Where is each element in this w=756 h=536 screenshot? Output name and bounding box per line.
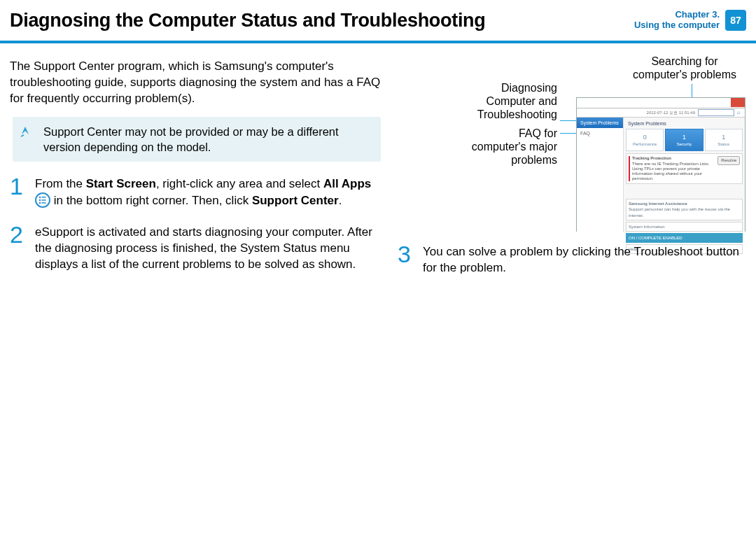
step-1: 1 From the Start Screen, right-click any… [10,174,381,213]
box-internet-assist: Samsung Internet Assistance Support pers… [626,199,743,220]
step-number-2: 2 [10,223,27,273]
sidebar-item-system-problems: System Problems [577,118,623,128]
step-number-1: 1 [10,174,27,213]
window-titlebar [577,98,745,108]
manual-page: Diagnosing the Computer Status and Troub… [0,0,756,536]
window-main: System Problems FAQ System Problems 0 Pe… [577,118,745,232]
timestamp: 2012-07-12 오전 11:51:49 [647,110,695,115]
issue-row: Tracking Protection There are no IE Trac… [626,153,743,184]
annotation-search: Searching for computer's problems [629,55,741,81]
tile-security-count: 1 [682,133,686,141]
issue-text: Tracking Protection There are no IE Trac… [632,156,715,181]
step-1-text: From the Start Screen, right-click any a… [35,176,381,213]
search-icon: ⌕ [737,109,741,117]
support-center-screenshot: 2012-07-12 오전 11:51:49 ⌕ System Problems… [576,97,746,232]
tile-status: 1 Status [705,129,743,151]
search-input [698,109,734,116]
tile-performance-count: 0 [643,133,647,141]
svg-point-1 [39,197,41,199]
content-area: System Problems 0 Performance 1 Security [624,118,745,232]
sidebar-item-faq: FAQ [577,128,623,139]
kw-support-center: Support Center [252,194,339,207]
page-title: Diagnosing the Computer Status and Troub… [10,10,634,31]
left-column: The Support Center program, which is Sam… [10,59,381,283]
annotation-diag: Diagnosing Computer and Troubleshooting [470,81,557,122]
window-toolbar: 2012-07-12 오전 11:51:49 ⌕ [577,108,745,118]
svg-rect-6 [42,202,46,204]
note-text: Support Center may not be provided or ma… [43,125,339,153]
tile-performance: 0 Performance [626,129,664,151]
tile-status-label: Status [718,141,729,147]
issue-severity-icon [629,156,630,181]
svg-rect-2 [42,197,46,198]
note-pin-icon [20,124,34,141]
intro-text: The Support Center program, which is Sam… [10,59,381,107]
issue-title: Tracking Protection [632,156,671,160]
page-header: Diagnosing the Computer Status and Troub… [0,0,756,43]
tile-performance-label: Performance [633,141,657,147]
box-system-info: System Information [626,222,743,232]
chapter-info: Chapter 3. Using the computer [634,10,720,31]
tile-security: 1 Security [665,129,703,151]
chapter-title: Using the computer [634,20,720,31]
resolve-button: Resolve [718,156,740,164]
svg-rect-4 [42,199,46,201]
all-apps-icon [35,192,50,213]
right-column: Searching for computer's problems Diagno… [398,59,746,283]
step-2: 2 eSupport is activated and starts diagn… [10,223,381,273]
step-3: 3 You can solve a problem by clicking th… [398,242,746,276]
chapter-number: Chapter 3. [634,10,720,20]
breadcrumb: System Problems [626,120,743,127]
note-box: Support Center may not be provided or ma… [13,117,381,162]
issue-body: There are no IE Tracking Protection List… [632,162,709,181]
kw-all-apps: All Apps [323,177,371,190]
annotation-faq: FAQ for computer's major problems [470,127,557,167]
status-tiles: 0 Performance 1 Security 1 Status [626,129,743,151]
page-number: 87 [725,10,746,31]
svg-point-3 [39,199,41,202]
sidebar: System Problems FAQ [577,118,624,232]
kw-start-screen: Start Screen [86,177,156,190]
tile-security-label: Security [677,141,692,147]
svg-point-5 [39,202,41,204]
step-number-3: 3 [398,242,414,276]
step-2-text: eSupport is activated and starts diagnos… [35,225,381,273]
page-body: The Support Center program, which is Sam… [0,43,756,283]
box-complete: ON / COMPLETE ENABLED [626,233,743,243]
tile-status-count: 1 [722,133,725,141]
step-3-text: You can solve a problem by clicking the … [423,244,746,276]
close-icon [731,98,745,107]
